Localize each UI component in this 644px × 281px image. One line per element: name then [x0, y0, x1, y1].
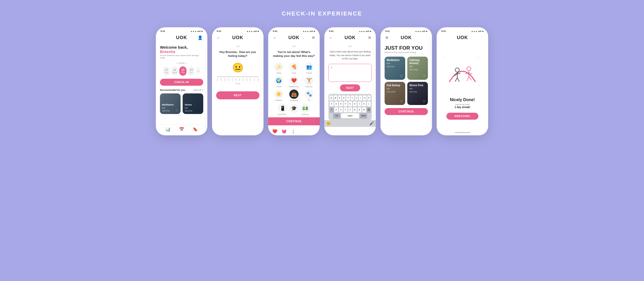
status-icons: ▲▲▲ wifi ■: [190, 30, 203, 32]
category-grad[interactable]: 🎓: [289, 104, 299, 115]
tick: [225, 78, 225, 81]
continue-button-2[interactable]: CONTINUE: [268, 117, 320, 125]
app-title-home: UOK: [176, 35, 187, 40]
heart-med[interactable]: ♡: [400, 74, 403, 78]
statusbar-jfy: 9:41 ▲▲▲ wifi ■: [380, 27, 432, 33]
category-shopping[interactable]: 👜 Shopping: [287, 90, 301, 101]
done-streak: 1 day streak!: [454, 106, 470, 109]
rec-card-meditation[interactable]: MeditationwithJane Doe ♡: [385, 57, 405, 80]
heart-stress2[interactable]: ♡: [423, 100, 426, 103]
tick: [258, 78, 258, 81]
key-backspace[interactable]: ⌫: [367, 107, 371, 112]
category-finances[interactable]: 💵 Finances: [301, 104, 310, 115]
category-social[interactable]: 📱 Social Me...: [278, 104, 287, 115]
key-c[interactable]: C: [344, 107, 348, 112]
key-f[interactable]: F: [344, 101, 348, 107]
tick: [235, 78, 236, 81]
cal-day-15[interactable]: 15: [196, 66, 200, 76]
today-next[interactable]: >: [186, 62, 187, 64]
rec-card-calm[interactable]: CalmingAnxietywithTom Levict ♡: [407, 57, 428, 80]
key-v[interactable]: V: [348, 107, 352, 112]
key-b[interactable]: B: [353, 107, 357, 112]
key-p[interactable]: P: [367, 95, 371, 101]
nav-chart-icon[interactable]: 📊: [165, 127, 171, 132]
back-button-1[interactable]: ←: [217, 36, 221, 40]
back-button-2[interactable]: ←: [273, 36, 277, 40]
heart-icon-meditation[interactable]: ♡: [176, 109, 179, 112]
profile-icon[interactable]: 👤: [198, 35, 203, 40]
key-z[interactable]: Z: [334, 107, 338, 112]
awesome-button[interactable]: AWESOME!: [446, 113, 478, 120]
card-meditation[interactable]: MeditationwithJane Doe ♡: [160, 93, 181, 114]
today-prev[interactable]: <: [176, 62, 177, 64]
key-j[interactable]: J: [358, 101, 361, 107]
category-weather[interactable]: ☀️ Weather: [272, 90, 285, 101]
checkin-button[interactable]: CHECK-IN: [160, 79, 203, 86]
statusbar-checkin2: 9:41 ▲▲▲ wifi ■: [268, 27, 320, 33]
key-n[interactable]: N: [358, 107, 361, 112]
cal-day-12[interactable]: 12Wed: [171, 66, 178, 76]
heart-calm[interactable]: ♡: [423, 74, 426, 78]
close-button-2[interactable]: ✕: [312, 35, 315, 40]
note-input[interactable]: [328, 64, 372, 82]
phone-checkin2: 9:41 ▲▲▲ wifi ■ ← UOK ✕ 2/3 You're not a…: [268, 27, 320, 135]
key-g[interactable]: G: [348, 101, 352, 107]
cal-day-13[interactable]: 13Thu: [179, 66, 187, 76]
step-1: 1/3: [216, 45, 259, 48]
key-o[interactable]: O: [363, 95, 366, 101]
nav-calendar-icon[interactable]: 📅: [179, 127, 184, 132]
rec-card-fall[interactable]: Fall AsleepwithTom Levict ♡: [385, 82, 405, 105]
category-relationship[interactable]: ❤️ Relationship: [287, 76, 301, 87]
key-i[interactable]: I: [359, 95, 362, 101]
key-return[interactable]: return: [360, 113, 367, 118]
card-stress[interactable]: StresswithJohn Doe: [183, 93, 203, 114]
mood-emoji: 😐: [216, 62, 259, 73]
key-w[interactable]: W: [334, 95, 337, 101]
key-t[interactable]: T: [346, 95, 350, 101]
next-button-3[interactable]: NEXT: [340, 84, 360, 91]
keyboard-mic-icon[interactable]: 🎤: [369, 121, 374, 125]
back-button-3[interactable]: ←: [329, 36, 333, 40]
heart-fall[interactable]: ♡: [400, 100, 403, 103]
key-y[interactable]: Y: [351, 95, 354, 101]
key-l[interactable]: L: [367, 101, 371, 107]
close-button-3[interactable]: ✕: [368, 35, 371, 40]
nav-bookmark-icon[interactable]: 🔖: [193, 127, 198, 132]
rec-grid: MeditationwithJane Doe ♡ CalmingAnxietyw…: [385, 57, 428, 105]
key-h[interactable]: H: [353, 101, 357, 107]
cal-day-11[interactable]: 11Tue: [163, 66, 170, 76]
view-all-link[interactable]: View all >: [193, 89, 203, 91]
username-highlight: Breesha: [160, 49, 175, 54]
mood-slider[interactable]: Okay: [216, 76, 259, 85]
key-123[interactable]: 123: [333, 113, 340, 118]
key-x[interactable]: X: [339, 107, 343, 112]
keyboard-emoji-icon[interactable]: 😊: [326, 121, 331, 125]
rec-card-stress[interactable]: Stress FreewithJane Doe ♡: [407, 82, 428, 105]
key-a[interactable]: A: [330, 101, 334, 107]
recommended-header: Recommended for you View all >: [160, 89, 203, 91]
key-u[interactable]: U: [355, 95, 358, 101]
category-travel[interactable]: 🌍 Travel: [272, 76, 285, 87]
next-button-1[interactable]: NEXT: [216, 91, 259, 99]
key-r[interactable]: R: [342, 95, 345, 101]
key-shift[interactable]: ⇧: [330, 107, 334, 112]
category-sleep[interactable]: ✨ Sleep: [272, 62, 285, 74]
cal-day-14[interactable]: 14Fri: [188, 66, 195, 76]
category-exercise[interactable]: 🏋️ Exercise: [302, 76, 316, 87]
key-space[interactable]: space: [341, 113, 359, 118]
key-m[interactable]: M: [362, 107, 366, 112]
tick: [217, 78, 218, 81]
bottom-candle: 🕯️: [291, 129, 296, 134]
category-pet[interactable]: 🐾 Pet: [302, 90, 316, 101]
category-food[interactable]: 🍕 Food: [287, 62, 301, 74]
category-friends[interactable]: 👥 Friends: [302, 62, 316, 74]
key-s[interactable]: S: [334, 101, 338, 107]
key-k[interactable]: K: [362, 101, 366, 107]
key-q[interactable]: Q: [329, 95, 333, 101]
close-button-jfy[interactable]: ✕: [385, 35, 388, 40]
checkin2-header: ← UOK ✕: [268, 33, 320, 42]
battery-icon-5: ■: [426, 30, 427, 32]
key-d[interactable]: D: [339, 101, 343, 107]
key-e[interactable]: E: [338, 95, 341, 101]
continue-button-jfy[interactable]: CONTINUE: [385, 108, 428, 115]
